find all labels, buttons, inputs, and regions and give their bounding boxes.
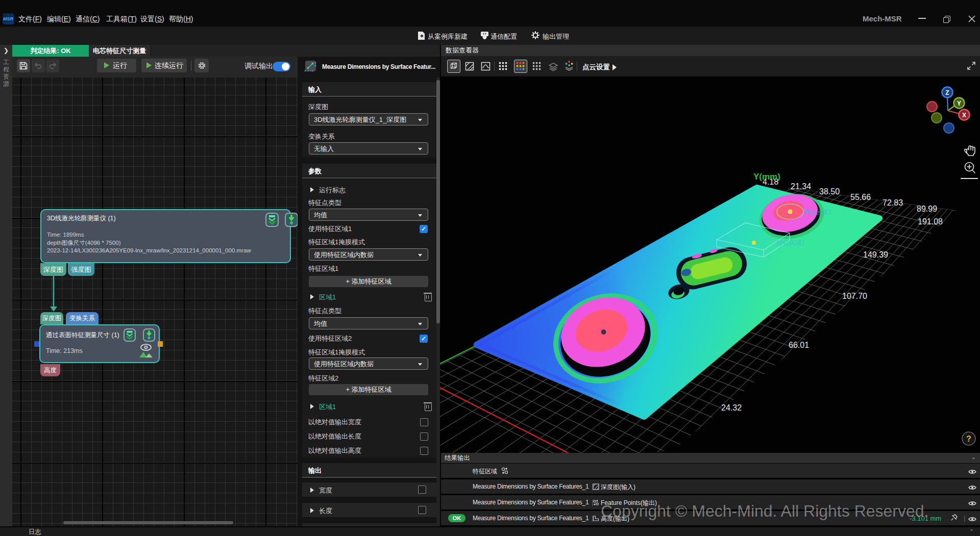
svg-text:149.39: 149.39 (863, 250, 888, 259)
svg-text:Y(mm): Y(mm) (753, 172, 780, 182)
svg-text:89.99: 89.99 (917, 205, 937, 213)
svg-text:38.50: 38.50 (819, 187, 840, 196)
svg-text:55.66: 55.66 (850, 193, 871, 201)
svg-text:72.83: 72.83 (883, 198, 903, 207)
svg-text:?: ? (966, 435, 971, 443)
svg-text:特征区域1: 特征区域1 (803, 209, 831, 216)
svg-text:191.08: 191.08 (918, 217, 943, 226)
svg-text:X: X (962, 112, 966, 119)
svg-text:特征区域1: 特征区域1 (776, 239, 805, 246)
svg-text:21.34: 21.34 (791, 182, 811, 191)
svg-text:Z: Z (945, 89, 949, 96)
svg-text:66.01: 66.01 (789, 341, 809, 349)
svg-text:24.32: 24.32 (721, 403, 742, 412)
svg-text:Y: Y (957, 100, 961, 107)
svg-text:107.70: 107.70 (842, 292, 867, 300)
